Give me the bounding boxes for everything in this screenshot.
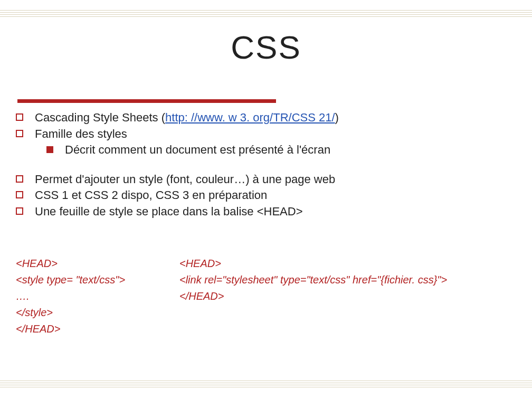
bullet-item: CSS 1 et CSS 2 dispo, CSS 3 en préparati…: [16, 188, 516, 203]
bullet-text: Permet d'ajouter un style (font, couleur…: [35, 172, 335, 187]
code-line: </HEAD>: [16, 321, 179, 337]
slide-body: Cascading Style Sheets (http: //www. w 3…: [16, 109, 516, 220]
code-line: </style>: [16, 305, 179, 321]
square-outline-bullet-icon: [16, 113, 23, 121]
bullet-text: Une feuille de style se place dans la ba…: [35, 204, 303, 219]
code-examples: <HEAD> <style type= "text/css"> …. </sty…: [16, 255, 521, 337]
code-line: <HEAD>: [179, 255, 521, 272]
bullet-item: Une feuille de style se place dans la ba…: [16, 204, 516, 219]
bullet-item: Permet d'ajouter un style (font, couleur…: [16, 172, 516, 187]
square-outline-bullet-icon: [16, 207, 23, 215]
bottom-border-pattern: [0, 379, 532, 387]
bullet-text: Décrit comment un document est présenté …: [65, 142, 330, 157]
code-line: <style type= "text/css">: [16, 272, 179, 288]
square-outline-bullet-icon: [16, 175, 23, 183]
code-example-link-stylesheet: <HEAD> <link rel="stylesheet" type="text…: [179, 255, 521, 337]
code-line: <link rel="stylesheet" type="text/css" h…: [179, 272, 521, 288]
bullet-text: Famille des styles: [35, 127, 127, 141]
code-line: <HEAD>: [16, 255, 179, 272]
top-border-pattern: [0, 8, 532, 17]
code-example-inline-style: <HEAD> <style type= "text/css"> …. </sty…: [16, 255, 179, 337]
bullet-text: CSS 1 et CSS 2 dispo, CSS 3 en préparati…: [35, 188, 267, 203]
title-underline: [17, 99, 276, 103]
bullet-item: Cascading Style Sheets (http: //www. w 3…: [16, 110, 516, 125]
sub-bullet-item: Décrit comment un document est présenté …: [46, 142, 516, 157]
square-filled-bullet-icon: [46, 146, 53, 153]
code-line: </HEAD>: [179, 288, 521, 305]
bullet-item: Famille des styles: [16, 127, 516, 141]
code-line: ….: [16, 288, 179, 305]
slide-title: CSS: [0, 28, 532, 66]
css-spec-link[interactable]: http: //www. w 3. org/TR/CSS 21/: [165, 111, 335, 124]
bullet-text: Cascading Style Sheets (http: //www. w 3…: [35, 110, 339, 125]
square-outline-bullet-icon: [16, 130, 23, 137]
square-outline-bullet-icon: [16, 191, 23, 198]
slide: CSS Cascading Style Sheets (http: //www.…: [0, 0, 532, 399]
